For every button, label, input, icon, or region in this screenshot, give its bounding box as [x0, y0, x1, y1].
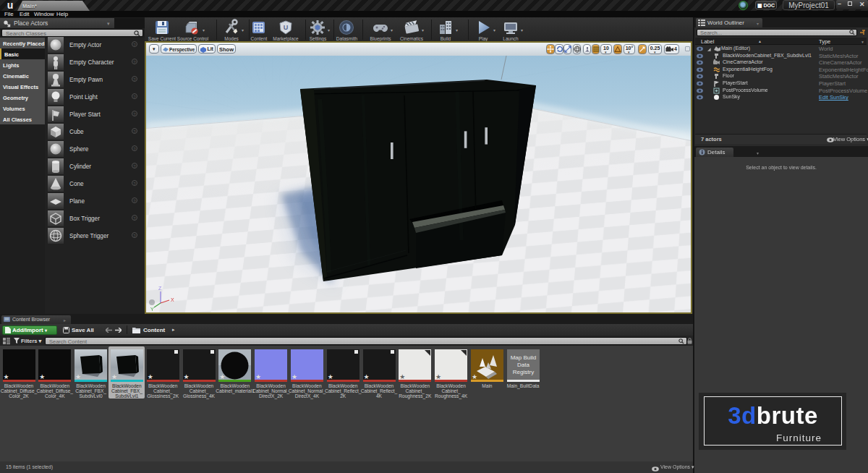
svg-text:Y: Y [150, 307, 154, 312]
svg-text:Z: Z [158, 286, 162, 291]
svg-text:Data: Data [517, 362, 529, 368]
svg-text:X: X [171, 297, 174, 302]
svg-text:u: u [7, 0, 14, 10]
svg-text:U: U [284, 24, 289, 31]
svg-text:Map Build: Map Build [510, 354, 536, 361]
svg-text:Registry: Registry [513, 369, 534, 375]
